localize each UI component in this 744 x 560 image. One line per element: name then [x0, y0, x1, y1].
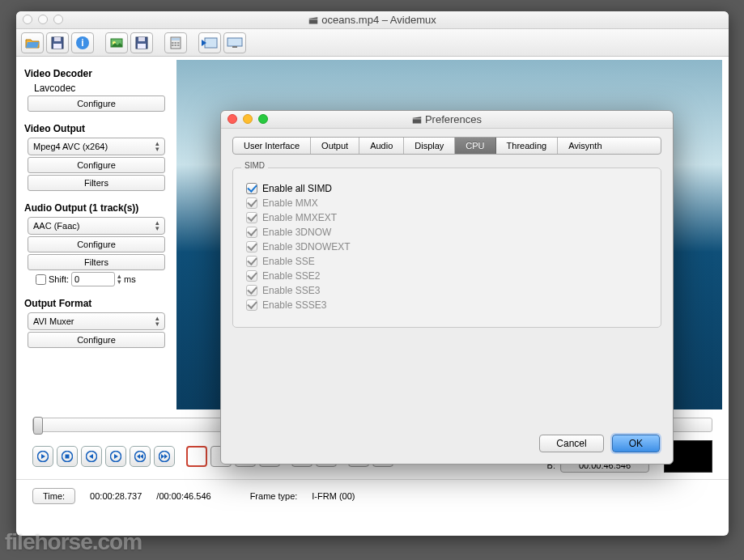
svg-rect-2	[53, 44, 62, 49]
svg-rect-15	[172, 45, 174, 46]
frame-type-value: I-FRM (00)	[312, 491, 355, 501]
checkbox-icon	[246, 212, 257, 223]
checkbox-icon	[246, 241, 257, 252]
tab-cpu[interactable]: CPU	[455, 138, 495, 154]
audio-output-select[interactable]: AAC (Faac)▴▾	[28, 217, 165, 235]
main-titlebar: oceans.mp4 – Avidemux	[16, 11, 729, 29]
option-label: Enable 3DNOW	[262, 227, 331, 238]
video-output-configure-button[interactable]: Configure	[28, 157, 165, 173]
video-output-filters-button[interactable]: Filters	[28, 175, 165, 191]
checkbox-icon	[246, 197, 257, 209]
frame-type-label: Frame type:	[250, 491, 298, 501]
clapper-icon	[412, 115, 422, 125]
simd-group: SIMD Enable all SIMDEnable MMXEnable MMX…	[232, 168, 661, 328]
tab-avisynth[interactable]: Avisynth	[558, 138, 612, 154]
calculator-icon[interactable]	[164, 32, 187, 53]
option-enable-sse3: Enable SSE3	[246, 285, 648, 296]
stepper-icon[interactable]: ▴▾	[117, 274, 121, 285]
shift-label: Shift:	[49, 274, 69, 284]
shift-checkbox[interactable]	[36, 274, 46, 285]
audio-output-configure-button[interactable]: Configure	[28, 236, 165, 252]
tab-output[interactable]: Output	[311, 138, 359, 154]
info-bar: Time: 00:00:28.737 /00:00:46.546 Frame t…	[16, 479, 729, 512]
svg-rect-23	[66, 455, 70, 459]
tab-display[interactable]: Display	[404, 138, 455, 154]
option-enable-3dnow: Enable 3DNOW	[246, 227, 648, 238]
svg-rect-17	[177, 45, 180, 46]
svg-rect-18	[205, 38, 217, 48]
option-enable-mmx: Enable MMX	[246, 197, 648, 209]
svg-rect-13	[175, 42, 177, 44]
chevron-updown-icon: ▴▾	[155, 316, 159, 327]
dialog-traffic-lights	[227, 114, 268, 124]
save-image-icon[interactable]	[130, 32, 153, 53]
prev-frame-button[interactable]	[81, 446, 102, 467]
option-enable-ssse3: Enable SSSE3	[246, 299, 648, 311]
play-button[interactable]	[32, 446, 53, 467]
load-run-icon[interactable]	[105, 32, 128, 53]
checkbox-icon[interactable]	[246, 183, 257, 194]
ok-button[interactable]: OK	[612, 435, 660, 452]
info-icon[interactable]: i	[71, 32, 94, 53]
close-button[interactable]	[23, 15, 32, 24]
save-icon[interactable]	[46, 32, 69, 53]
video-decoder-heading: Video Decoder	[24, 68, 168, 79]
output-format-configure-button[interactable]: Configure	[28, 332, 165, 348]
video-output-heading: Video Output	[24, 123, 168, 134]
traffic-lights	[23, 15, 63, 24]
checkbox-icon	[246, 256, 257, 267]
prev-keyframe-button[interactable]	[130, 446, 151, 467]
shift-input[interactable]	[71, 272, 115, 286]
svg-rect-9	[138, 44, 146, 49]
audio-output-filters-button[interactable]: Filters	[28, 254, 165, 270]
svg-rect-1	[54, 37, 61, 41]
dialog-zoom-button[interactable]	[258, 114, 268, 124]
next-keyframe-button[interactable]	[154, 446, 175, 467]
seek-handle[interactable]	[33, 417, 43, 435]
time-button[interactable]: Time:	[32, 488, 75, 504]
svg-rect-16	[175, 45, 177, 46]
checkbox-icon	[246, 299, 257, 311]
video-output-select[interactable]: Mpeg4 AVC (x264)▴▾	[28, 138, 165, 155]
svg-rect-8	[138, 37, 145, 41]
toolbar: i	[16, 29, 729, 57]
svg-rect-14	[177, 42, 180, 44]
dialog-close-button[interactable]	[227, 114, 237, 124]
tab-user-interface[interactable]: User Interface	[233, 138, 311, 154]
output-format-select[interactable]: AVI Muxer▴▾	[28, 312, 165, 330]
simd-legend: SIMD	[241, 161, 268, 170]
chevron-updown-icon: ▴▾	[155, 220, 159, 231]
output-format-heading: Output Format	[24, 298, 168, 309]
set-marker-a-button[interactable]	[186, 446, 207, 467]
time-total: /00:00:46.546	[156, 491, 210, 501]
dialog-titlebar: Preferences	[221, 111, 673, 129]
window-title: oceans.mp4 – Avidemux	[16, 14, 729, 26]
svg-rect-19	[227, 38, 242, 46]
play-video-icon[interactable]	[198, 32, 221, 53]
tab-audio[interactable]: Audio	[359, 138, 404, 154]
checkbox-icon	[246, 227, 257, 238]
option-label: Enable SSE3	[262, 285, 320, 296]
time-value: 00:00:28.737	[90, 491, 142, 501]
option-label: Enable SSE	[262, 256, 315, 267]
tab-threading[interactable]: Threading	[496, 138, 559, 154]
chevron-updown-icon: ▴▾	[155, 141, 159, 152]
option-enable-all-simd[interactable]: Enable all SIMD	[246, 183, 648, 194]
minimize-button[interactable]	[38, 15, 48, 24]
option-label: Enable 3DNOWEXT	[262, 241, 351, 252]
monitor-icon[interactable]	[223, 32, 246, 53]
option-label: Enable SSSE3	[262, 299, 326, 311]
video-decoder-name: Lavcodec	[34, 83, 168, 94]
open-icon[interactable]	[21, 32, 44, 53]
cancel-button[interactable]: Cancel	[539, 435, 603, 452]
svg-rect-11	[172, 38, 180, 40]
video-decoder-configure-button[interactable]: Configure	[28, 95, 165, 112]
option-label: Enable all SIMD	[262, 183, 332, 194]
option-enable-sse2: Enable SSE2	[246, 270, 648, 282]
next-frame-button[interactable]	[105, 446, 126, 467]
zoom-button[interactable]	[53, 15, 63, 24]
preferences-dialog: Preferences User InterfaceOutputAudioDis…	[220, 110, 674, 465]
option-enable-mmxext: Enable MMXEXT	[246, 212, 648, 223]
dialog-minimize-button[interactable]	[243, 114, 253, 124]
stop-button[interactable]	[57, 446, 78, 467]
